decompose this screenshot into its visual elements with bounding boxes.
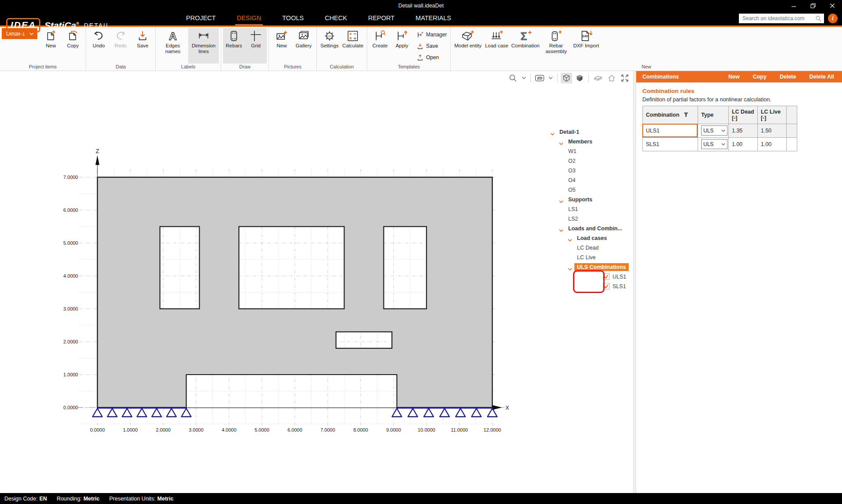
support-triangle xyxy=(152,408,161,417)
load-case-button[interactable]: Load case xyxy=(483,28,510,64)
idea-logo: IDEA xyxy=(6,18,40,32)
column-header-lc-dead[interactable]: LC Dead[-] xyxy=(728,106,757,124)
search-box[interactable] xyxy=(739,14,824,23)
fit-view-tool[interactable] xyxy=(619,73,631,83)
checkbox[interactable] xyxy=(603,273,609,280)
rebar-assembly-button[interactable]: Rebar assembly xyxy=(541,28,571,64)
view-dropdown[interactable] xyxy=(547,73,554,83)
delete-combination-button[interactable]: Delete xyxy=(780,74,796,80)
chevron-down-icon[interactable] xyxy=(568,266,572,272)
copy-combination-button[interactable]: Copy xyxy=(753,74,767,80)
view-2d-tool[interactable]: 2D xyxy=(534,73,545,83)
drawing-canvas[interactable]: ZX0.00001.00002.00003.00004.00005.00006.… xyxy=(0,71,633,493)
z-tick-label: 2.0000 xyxy=(63,339,78,344)
z-axis-arrow xyxy=(96,155,100,165)
chevron-down-icon[interactable] xyxy=(568,237,572,243)
tab-materials[interactable]: MATERIALS xyxy=(414,11,453,25)
combination-name-cell[interactable]: SLS1 xyxy=(642,137,698,151)
tree-item-label: ULS Combinations xyxy=(574,263,629,271)
new-combination-button[interactable]: New xyxy=(728,74,740,80)
section-description: Definition of partial factors for a nonl… xyxy=(642,97,842,103)
template-create-button[interactable]: Create xyxy=(369,28,391,64)
type-select[interactable]: ULS xyxy=(701,125,727,136)
wall-drawing: ZX0.00001.00002.00003.00004.00005.00006.… xyxy=(0,71,633,493)
x-tick-label: 6.0000 xyxy=(287,427,302,433)
home-icon xyxy=(607,74,616,82)
z-tick-label: 5.0000 xyxy=(63,240,78,246)
gallery-button[interactable]: Gallery xyxy=(293,28,315,64)
delete-all-combinations-button[interactable]: Delete All xyxy=(809,74,834,80)
new-project-item-button[interactable]: New xyxy=(40,28,62,64)
close-button[interactable] xyxy=(823,0,842,11)
tab-design[interactable]: DESIGN xyxy=(235,11,263,25)
template-up-icon xyxy=(395,29,408,43)
lc-dead-cell[interactable]: 1.35 xyxy=(728,124,757,137)
checkbox[interactable] xyxy=(603,283,609,290)
new-picture-button[interactable]: New xyxy=(271,28,293,64)
column-header-type[interactable]: Type xyxy=(698,106,728,124)
home-view-tool[interactable] xyxy=(606,73,617,83)
search-input[interactable] xyxy=(742,15,815,22)
tree-item-label: O5 xyxy=(568,187,576,193)
tray-down-icon xyxy=(416,43,424,50)
chevron-down-icon[interactable] xyxy=(559,198,563,204)
group-label-project-items: Project items xyxy=(2,64,84,71)
minimize-button[interactable] xyxy=(784,0,803,11)
zoom-tool[interactable] xyxy=(507,73,519,83)
ribbon-group-data: Undo Redo Save Data xyxy=(86,27,156,71)
ribbon-group-draw: Rebars Grid Draw xyxy=(221,27,269,71)
dxf-import-button[interactable]: DXF DXF Import xyxy=(571,28,601,64)
copy-project-item-button[interactable]: Copy xyxy=(62,28,84,64)
ribbon: Detail-1 New Copy xyxy=(0,27,842,71)
solid-view-tool[interactable] xyxy=(574,73,585,83)
x-tick-label: 0.0000 xyxy=(90,427,105,433)
gear-code-icon: </> xyxy=(323,29,336,43)
combination-button[interactable]: Σ Combination xyxy=(510,28,541,64)
restore-button[interactable] xyxy=(803,0,823,11)
zoom-dropdown[interactable] xyxy=(520,73,527,83)
template-open-button[interactable]: Open xyxy=(415,52,448,63)
table-row: ULS1ULS1.351.50 xyxy=(642,124,797,137)
presentation-units-status: Presentation Units:Metric xyxy=(109,496,173,502)
lc-live-cell[interactable]: 1.00 xyxy=(757,137,786,151)
info-icon[interactable]: i xyxy=(828,14,838,23)
undo-button[interactable]: Undo xyxy=(88,28,110,64)
redo-button[interactable]: Redo xyxy=(110,28,132,64)
dimension-lines-button[interactable]: Dimension lines xyxy=(188,28,219,64)
clip-view-tool[interactable] xyxy=(592,73,604,83)
lc-live-cell[interactable]: 1.50 xyxy=(757,124,786,137)
template-search-icon xyxy=(373,29,387,43)
column-header-combination[interactable]: Combination xyxy=(642,106,698,124)
support-triangle xyxy=(440,408,449,417)
tree-item-label: O3 xyxy=(568,168,576,174)
redo-icon xyxy=(114,29,127,43)
column-header-lc-live[interactable]: LC Live[-] xyxy=(757,106,786,124)
tab-tools[interactable]: TOOLS xyxy=(280,11,305,25)
tab-report[interactable]: REPORT xyxy=(366,11,396,25)
type-select[interactable]: ULS xyxy=(701,139,727,149)
grid-button[interactable]: Grid xyxy=(245,28,267,64)
template-manager-button[interactable]: Manager xyxy=(415,29,448,40)
image-icon xyxy=(297,29,310,43)
tab-check[interactable]: CHECK xyxy=(323,11,349,25)
template-save-button[interactable]: Save xyxy=(415,40,448,52)
edges-names-button[interactable]: A Edges names xyxy=(158,28,188,64)
model-entity-button[interactable]: Model entity xyxy=(452,28,483,64)
save-button[interactable]: Save xyxy=(132,28,154,64)
chevron-down-icon[interactable] xyxy=(550,131,555,137)
settings-button[interactable]: </> Settings xyxy=(319,28,340,64)
type-cell[interactable]: ULS xyxy=(698,124,728,137)
calculate-button[interactable]: + − × ÷ Calculate xyxy=(340,28,365,64)
chevron-down-icon[interactable] xyxy=(559,140,563,147)
lc-dead-cell[interactable]: 1.00 xyxy=(728,137,757,151)
tab-project[interactable]: PROJECT xyxy=(184,11,218,25)
combination-name-cell[interactable]: ULS1 xyxy=(642,124,698,137)
type-cell[interactable]: ULS xyxy=(698,137,728,151)
rebars-button[interactable]: Rebars xyxy=(223,28,245,64)
menu-bar: IDEA StatiCa® DETAIL PROJECT DESIGN TOOL… xyxy=(0,11,842,25)
x-tick-label: 11.0000 xyxy=(451,427,468,433)
wireframe-view-tool[interactable] xyxy=(561,73,572,83)
ribbon-group-new: Model entity Load case Σ C xyxy=(451,27,842,71)
template-apply-button[interactable]: Apply xyxy=(391,28,413,64)
chevron-down-icon[interactable] xyxy=(559,227,563,233)
